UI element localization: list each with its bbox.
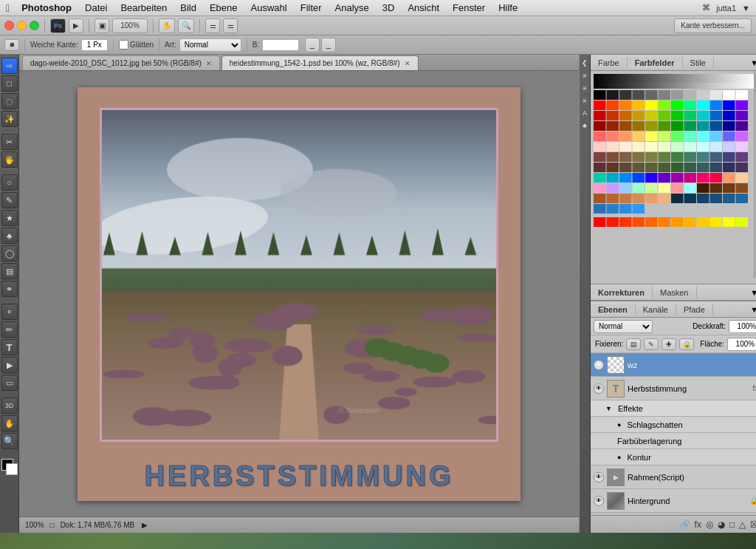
glatten-checkbox[interactable] <box>119 40 128 50</box>
layer-row-rahmen[interactable]: 👁 ▶ Rahmen(Script) <box>591 466 756 489</box>
menu-item-ansicht[interactable]: Ansicht <box>402 1 445 15</box>
art-select[interactable]: Normal Hinzufügen Subtrahieren <box>179 38 241 52</box>
menu-item-filter[interactable]: Filter <box>295 1 328 15</box>
maximize-button[interactable] <box>30 21 39 30</box>
add-mask-btn[interactable]: ◎ <box>706 519 713 530</box>
tab-farbfelder[interactable]: Farbfelder <box>628 57 683 69</box>
layer-row-hintergrund[interactable]: 👁 Hintergrund 🔒 <box>591 489 756 513</box>
layer-eye-rahmen[interactable]: 👁 <box>594 472 604 482</box>
panel-options-btn[interactable]: ▼ <box>750 58 756 67</box>
crop-tool[interactable]: ✂ <box>1 134 18 150</box>
type-tool[interactable]: T <box>1 339 18 355</box>
lasso-tool[interactable]: ◌ <box>1 93 18 109</box>
lock-paint-btn[interactable]: ✎ <box>644 338 659 350</box>
tab-heide-close[interactable]: ✕ <box>405 60 410 67</box>
layer-style-btn[interactable]: fx <box>695 519 701 530</box>
mini-tool-2[interactable]: ⚹ <box>580 83 590 93</box>
arrange-btn[interactable]: ⚌ <box>205 18 220 33</box>
clone-tool[interactable]: ★ <box>1 210 18 226</box>
blur-tool[interactable]: ⚭ <box>1 281 18 297</box>
collapse-panels-btn[interactable]: ❮ <box>580 58 590 68</box>
arrange2-btn[interactable]: ⚌ <box>223 18 238 33</box>
layer-eye-wz[interactable]: 👁 <box>594 360 604 370</box>
magic-wand-tool[interactable]: ✨ <box>1 111 18 127</box>
flaeche-input[interactable] <box>727 338 756 351</box>
tab-dago[interactable]: dago-weide-2010_DSC_1012.jpg bei 50% (RG… <box>22 55 220 70</box>
shape-tool[interactable]: ▭ <box>1 375 18 391</box>
move-tool[interactable]: ⇨ <box>1 58 18 74</box>
dodge-tool[interactable]: ⚬ <box>1 304 18 320</box>
weiche-kante-input[interactable] <box>81 39 108 51</box>
status-arrow[interactable]: ▶ <box>142 521 148 529</box>
swatch-canvas[interactable] <box>594 74 756 281</box>
user-arrow-icon[interactable]: ▼ <box>742 4 750 13</box>
layers-options-btn[interactable]: ▼ <box>750 305 756 314</box>
menu-item-bearbeiten[interactable]: Bearbeiten <box>114 1 173 15</box>
kante-verbessern-button[interactable]: Kante verbessern... <box>674 18 752 33</box>
b-input[interactable] <box>262 39 299 51</box>
blend-mode-select[interactable]: Normal <box>594 320 653 333</box>
tab-masken[interactable]: Masken <box>653 287 697 299</box>
lock-position-btn[interactable]: ✚ <box>662 338 676 350</box>
menu-item-fenster[interactable]: Fenster <box>447 1 491 15</box>
mini-tool-1[interactable]: ⚹ <box>580 70 590 81</box>
deckkraft-input[interactable] <box>729 320 756 333</box>
effekte-expand-icon[interactable]: ▼ <box>605 405 612 412</box>
layer-row-herbststimmung[interactable]: 👁 T Herbststimmung fx <box>591 377 756 400</box>
tab-kanaele[interactable]: Kanäle <box>636 304 676 316</box>
layer-row-kontur[interactable]: ● Kontur <box>591 449 756 466</box>
history-brush-tool[interactable]: ♣ <box>1 228 18 244</box>
apple-menu[interactable]:  <box>6 2 10 14</box>
layer-eye-hintergrund[interactable]: 👁 <box>594 496 604 506</box>
hand-tool-btn[interactable]: ✋ <box>159 18 175 33</box>
marquee-tool[interactable]: □ <box>1 75 18 92</box>
tab-ebenen[interactable]: Ebenen <box>591 304 636 316</box>
menu-item-ebene[interactable]: Ebene <box>204 1 244 15</box>
layer-row-schlagschatten[interactable]: ● Schlagschatten <box>591 417 756 433</box>
tool-presets-btn[interactable]: ▶ <box>69 18 83 33</box>
new-layer-btn[interactable]: △ <box>739 519 746 530</box>
tab-farbe[interactable]: Farbe <box>591 57 628 69</box>
menu-item-analyse[interactable]: Analyse <box>329 1 375 15</box>
layer-row-effekte[interactable]: ▼ Effekte <box>591 400 756 417</box>
brush-tool[interactable]: ✎ <box>1 192 18 208</box>
glatten-checkbox-label[interactable]: Glätten <box>119 40 154 50</box>
selection-mode-btn[interactable]: ◾ <box>4 39 19 51</box>
lock-all-btn[interactable]: 🔒 <box>679 338 694 350</box>
3d-tool[interactable]: 3D <box>1 398 18 414</box>
tab-korrekturen[interactable]: Korrekturen <box>591 287 653 299</box>
pen-tool[interactable]: ✏ <box>1 321 18 338</box>
background-color[interactable] <box>6 463 18 475</box>
lock-transparent-btn[interactable]: ▤ <box>626 338 641 350</box>
foreground-background-color[interactable] <box>1 459 18 475</box>
menu-item-3d[interactable]: 3D <box>377 1 401 15</box>
minimize-button[interactable] <box>17 21 27 30</box>
delete-layer-btn[interactable]: ☒ <box>750 519 756 530</box>
eyedropper-tool[interactable]: 🖐 <box>1 151 18 168</box>
layer-row-wz[interactable]: 👁 wz <box>591 353 756 377</box>
tab-heide[interactable]: heidestimmung_1542-1.psd bei 100% (wz, R… <box>221 55 419 70</box>
zoom-tool-btn[interactable]: 🔍 <box>178 18 194 33</box>
layer-eye-herbststimmung[interactable]: 👁 <box>594 383 604 394</box>
zoom-select[interactable]: 100% <box>112 18 148 33</box>
healing-tool[interactable]: ○ <box>1 174 18 191</box>
mini-tool-4[interactable]: A <box>580 108 590 118</box>
menu-item-photoshop[interactable]: Photoshop <box>16 1 78 15</box>
mini-tool-5[interactable]: ♣ <box>580 120 590 131</box>
group-layers-btn[interactable]: □ <box>729 519 735 530</box>
tab-pfade[interactable]: Pfade <box>676 304 713 316</box>
link-layers-btn[interactable]: 🔗 <box>679 519 690 530</box>
layer-row-farbueberlag[interactable]: Farbüberlagerung <box>591 433 756 449</box>
zoom-tool[interactable]: 🔍 <box>1 433 18 449</box>
corrections-options-btn[interactable]: ▼ <box>750 288 756 297</box>
menu-item-datei[interactable]: Datei <box>79 1 113 15</box>
tab-dago-close[interactable]: ✕ <box>206 60 212 67</box>
constrain-btn[interactable]: ⎯ <box>305 38 320 52</box>
menu-item-bild[interactable]: Bild <box>174 1 202 15</box>
menu-item-hilfe[interactable]: Hilfe <box>492 1 523 15</box>
view-mode-btn[interactable]: ▣ <box>94 18 109 33</box>
tab-stile[interactable]: Stile <box>683 57 714 69</box>
path-selection-tool[interactable]: ▶ <box>1 357 18 373</box>
hand-tool[interactable]: ✋ <box>1 415 18 432</box>
adjustment-layer-btn[interactable]: ◕ <box>718 519 725 530</box>
